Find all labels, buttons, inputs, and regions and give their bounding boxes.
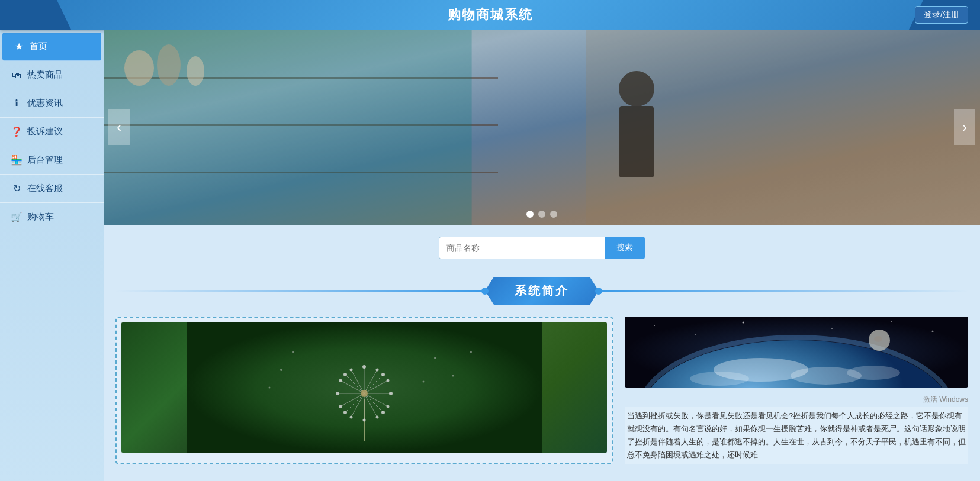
svg-point-33 — [363, 419, 366, 422]
sidebar-item-feedback[interactable]: ❓ 投诉建议 — [0, 118, 104, 146]
title-dot-left — [481, 288, 489, 295]
feedback-icon: ❓ — [11, 126, 23, 137]
title-right-decoration — [599, 290, 968, 292]
content-area: ‹ › 搜索 系统简介 — [104, 30, 980, 481]
page-title: 购物商城系统 — [448, 6, 533, 24]
cart-icon: 🛒 — [11, 211, 23, 222]
carousel-slide — [104, 30, 980, 225]
carousel-next-button[interactable]: › — [954, 109, 975, 145]
activate-notice: 激活 Windows — [625, 395, 968, 405]
sidebar-label-deals: 优惠资讯 — [27, 98, 63, 109]
carousel-inner — [104, 30, 980, 225]
svg-point-29 — [362, 365, 366, 369]
sidebar-label-cart: 购物车 — [27, 211, 54, 222]
bottom-content: 激活 Windows 当遇到挫折或失败，你是看见失败还是看见机会?挫折是我们每个… — [104, 317, 980, 476]
sidebar-item-home[interactable]: ★ 首页 — [2, 33, 101, 61]
svg-point-58 — [891, 321, 892, 322]
svg-point-35 — [336, 392, 339, 395]
svg-point-31 — [389, 392, 393, 395]
admin-icon: 🏪 — [11, 154, 23, 166]
sidebar: ★ 首页 🛍 热卖商品 ℹ 优惠资讯 ❓ 投诉建议 🏪 后台管理 ↻ 在线客服 … — [0, 30, 104, 481]
svg-point-47 — [452, 375, 454, 377]
carousel-prev-button[interactable]: ‹ — [108, 109, 130, 145]
home-icon: ★ — [13, 41, 25, 52]
svg-point-30 — [381, 373, 385, 376]
svg-point-56 — [743, 322, 744, 324]
svg-point-63 — [690, 372, 749, 386]
login-register-button[interactable]: 登录/注册 — [915, 6, 968, 24]
svg-point-37 — [376, 369, 379, 372]
svg-point-43 — [339, 379, 342, 382]
svg-point-46 — [434, 357, 436, 359]
section-title-wrap: 系统简介 — [115, 277, 968, 305]
right-description: 当遇到挫折或失败，你是看见失败还是看见机会?挫折是我们每个人成长的必经之路，它不… — [625, 407, 968, 464]
svg-point-6 — [157, 44, 181, 86]
svg-point-34 — [343, 411, 347, 414]
top-header: 购物商城系统 登录/注册 — [0, 0, 980, 30]
svg-rect-10 — [586, 30, 980, 225]
title-left-decoration — [115, 290, 485, 292]
sidebar-item-deals[interactable]: ℹ 优惠资讯 — [0, 89, 104, 118]
svg-point-64 — [847, 366, 900, 380]
right-image — [625, 317, 968, 388]
carousel-dot-1[interactable] — [526, 211, 534, 218]
svg-point-38 — [387, 379, 390, 382]
svg-point-49 — [470, 351, 472, 353]
svg-point-48 — [423, 381, 425, 383]
carousel: ‹ › — [104, 30, 980, 225]
left-panel — [115, 317, 613, 464]
svg-point-7 — [187, 56, 204, 86]
section-title: 系统简介 — [485, 277, 599, 305]
sidebar-item-hot[interactable]: 🛍 热卖商品 — [0, 61, 104, 89]
sidebar-item-service[interactable]: ↻ 在线客服 — [0, 175, 104, 203]
carousel-dots — [526, 211, 557, 218]
svg-point-67 — [874, 336, 882, 342]
svg-point-42 — [339, 405, 342, 408]
carousel-dot-3[interactable] — [550, 211, 557, 218]
svg-point-44 — [350, 369, 353, 372]
svg-point-41 — [350, 416, 353, 419]
title-dot-right — [595, 288, 602, 295]
right-panel: 激活 Windows 当遇到挫折或失败，你是看见失败还是看见机会?挫折是我们每个… — [625, 317, 968, 464]
search-input[interactable] — [439, 237, 605, 259]
sidebar-label-service: 在线客服 — [27, 183, 63, 194]
hot-icon: 🛍 — [11, 70, 23, 80]
svg-point-50 — [280, 369, 282, 371]
svg-point-5 — [124, 50, 154, 86]
carousel-dot-2[interactable] — [538, 211, 545, 218]
service-icon: ↻ — [11, 183, 23, 194]
sidebar-item-admin[interactable]: 🏪 后台管理 — [0, 146, 104, 175]
search-button[interactable]: 搜索 — [605, 237, 645, 259]
svg-point-52 — [292, 351, 294, 353]
svg-point-54 — [654, 325, 655, 326]
left-image — [121, 322, 607, 453]
svg-point-55 — [695, 334, 696, 335]
sidebar-label-feedback: 投诉建议 — [27, 126, 63, 137]
search-section: 搜索 — [104, 225, 980, 271]
svg-point-59 — [932, 331, 934, 332]
svg-point-32 — [381, 411, 385, 414]
svg-point-39 — [387, 405, 390, 408]
svg-point-45 — [361, 390, 368, 397]
svg-point-57 — [831, 328, 833, 329]
sidebar-label-admin: 后台管理 — [27, 154, 63, 166]
sidebar-label-hot: 热卖商品 — [27, 69, 63, 80]
svg-point-36 — [343, 373, 347, 376]
main-layout: ★ 首页 🛍 热卖商品 ℹ 优惠资讯 ❓ 投诉建议 🏪 后台管理 ↻ 在线客服 … — [0, 30, 980, 481]
svg-point-40 — [376, 416, 379, 419]
deals-icon: ℹ — [11, 98, 23, 109]
sidebar-label-home: 首页 — [30, 41, 47, 52]
svg-point-51 — [269, 387, 271, 389]
sidebar-item-cart[interactable]: 🛒 购物车 — [0, 203, 104, 231]
